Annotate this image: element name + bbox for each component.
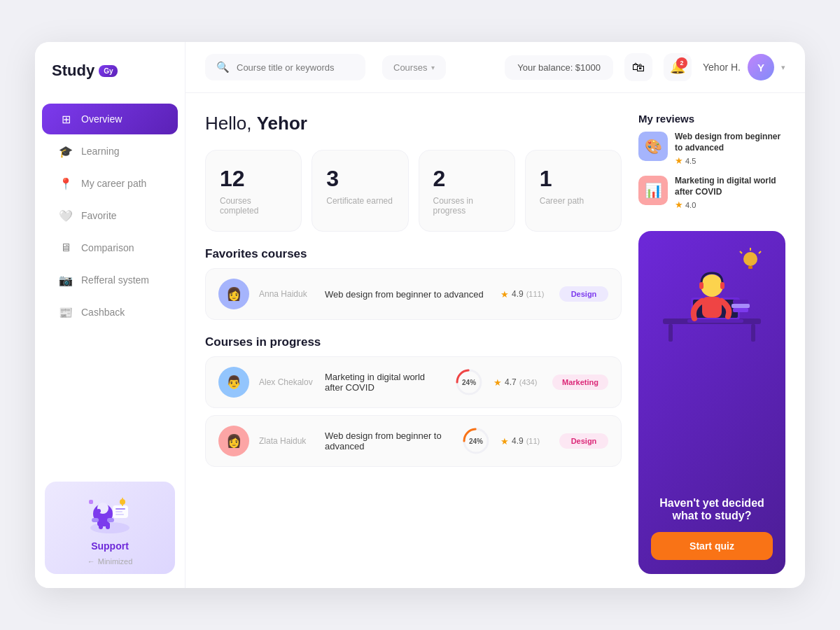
sidebar-item-cashback[interactable]: 📰 Cashback	[42, 297, 178, 328]
svg-line-37	[740, 251, 742, 253]
svg-rect-7	[106, 522, 110, 529]
svg-rect-5	[107, 518, 114, 522]
header: 🔍 Courses ▾ Your balance: $1000 🛍 🔔 2 Ye…	[186, 42, 805, 93]
notifications-button[interactable]: 🔔 2	[664, 53, 692, 81]
review-info: Marketing in digital world after COVID ★…	[675, 176, 785, 210]
sidebar-item-favorite[interactable]: 🤍 Favorite	[42, 200, 178, 231]
svg-point-0	[90, 522, 130, 533]
review-info: Web design from beginner to advanced ★ 4…	[675, 132, 785, 166]
logo: Study Gy	[35, 62, 185, 102]
courses-dropdown-label: Courses	[393, 62, 427, 73]
svg-rect-11	[115, 514, 124, 515]
star-icon: ★	[675, 155, 683, 166]
cart-button[interactable]: 🛍	[624, 53, 652, 81]
content: Hello, Yehor 12 Courses completed 3 Cert…	[186, 93, 805, 588]
nav-label: Overview	[81, 113, 122, 125]
app-container: Study Gy ⊞ Overview 🎓 Learning 📍 My care…	[35, 42, 805, 588]
svg-rect-35	[748, 266, 752, 269]
course-author: Anna Haiduk	[259, 289, 315, 299]
search-input[interactable]	[237, 62, 354, 73]
in-progress-title: Courses in progress	[205, 335, 622, 349]
sidebar-support: Support ← Minimized	[45, 482, 175, 574]
nav-items: ⊞ Overview 🎓 Learning 📍 My career path 🤍…	[35, 102, 185, 329]
svg-rect-32	[732, 304, 750, 308]
progress-course-row[interactable]: 👩 Zlata Haiduk Web design from beginner …	[205, 415, 622, 467]
svg-rect-31	[733, 308, 748, 312]
sidebar-item-overview[interactable]: ⊞ Overview	[42, 104, 178, 134]
svg-point-12	[120, 499, 125, 505]
sidebar-item-referral[interactable]: 📷 Refferal system	[42, 265, 178, 295]
favorite-course-row[interactable]: 👩 Anna Haiduk Web design from beginner t…	[205, 268, 622, 320]
svg-rect-28	[699, 282, 704, 289]
learning-icon: 🎓	[59, 144, 73, 158]
star-icon: ★	[500, 436, 509, 447]
course-avatar: 👩	[218, 279, 249, 309]
quiz-card: Haven't yet decided what to study? Start…	[638, 231, 785, 574]
sidebar-item-career[interactable]: 📍 My career path	[42, 168, 178, 199]
stat-label: Courses completed	[220, 196, 287, 216]
stat-number: 2	[433, 166, 500, 192]
stats-row: 12 Courses completed 3 Certificate earne…	[205, 150, 622, 232]
quiz-illustration	[638, 238, 785, 350]
svg-rect-29	[720, 282, 724, 289]
career-icon: 📍	[59, 176, 73, 190]
logo-badge: Gy	[99, 65, 118, 77]
referral-icon: 📷	[59, 273, 73, 287]
user-info[interactable]: Yehor H. Y ▾	[703, 54, 785, 80]
svg-rect-4	[92, 518, 99, 522]
svg-rect-6	[99, 522, 103, 529]
sidebar-item-learning[interactable]: 🎓 Learning	[42, 136, 178, 167]
support-label: Support	[56, 540, 164, 552]
search-icon: 🔍	[216, 61, 230, 74]
star-icon: ★	[500, 289, 509, 300]
star-icon: ★	[493, 377, 502, 388]
support-illustration	[82, 493, 138, 535]
svg-rect-16	[89, 500, 93, 504]
nav-label: Cashback	[81, 307, 125, 318]
stat-card-2: 2 Courses in progress	[419, 150, 515, 232]
review-thumbnail: 🎨	[638, 132, 668, 161]
reviews-section: My reviews 🎨 Web design from beginner to…	[638, 113, 785, 220]
minimized-btn[interactable]: ← Minimized	[56, 557, 164, 566]
svg-rect-10	[115, 511, 122, 512]
course-rating: ★ 4.7 (434)	[493, 377, 542, 388]
start-quiz-button[interactable]: Start quiz	[651, 532, 773, 560]
review-item: 🎨 Web design from beginner to advanced ★…	[638, 132, 785, 166]
progress-text: 24%	[469, 438, 483, 445]
stat-card-3: 1 Career path	[525, 150, 622, 232]
progress-course-row[interactable]: 👨 Alex Chekalov Marketing in digital wor…	[205, 356, 622, 408]
course-author: Zlata Haiduk	[259, 436, 315, 446]
stat-number: 3	[326, 166, 393, 192]
comparison-icon: 🖥	[59, 241, 73, 255]
svg-rect-9	[115, 508, 125, 510]
sidebar-item-comparison[interactable]: 🖥 Comparison	[42, 232, 178, 263]
content-right: My reviews 🎨 Web design from beginner to…	[638, 113, 785, 574]
stat-label: Certificate earned	[326, 196, 393, 206]
overview-icon: ⊞	[59, 112, 73, 126]
svg-line-38	[759, 251, 761, 253]
course-title: Web design from beginner to advanced	[325, 430, 451, 451]
chevron-down-icon: ▾	[781, 63, 785, 72]
stat-number: 1	[540, 166, 607, 192]
course-title: Web design from beginner to advanced	[325, 289, 491, 300]
course-title: Marketing in digital world after COVID	[325, 372, 444, 393]
greeting: Hello, Yehor	[205, 113, 622, 134]
content-left: Hello, Yehor 12 Courses completed 3 Cert…	[205, 113, 622, 574]
favorite-icon: 🤍	[59, 209, 73, 223]
cart-icon: 🛍	[632, 60, 645, 75]
nav-label: Refferal system	[81, 274, 149, 286]
sidebar: Study Gy ⊞ Overview 🎓 Learning 📍 My care…	[35, 42, 186, 588]
course-tag: Design	[559, 433, 608, 449]
search-bar[interactable]: 🔍	[205, 54, 365, 80]
main-area: 🔍 Courses ▾ Your balance: $1000 🛍 🔔 2 Ye…	[186, 42, 805, 588]
review-item: 📊 Marketing in digital world after COVID…	[638, 176, 785, 210]
nav-label: Comparison	[81, 242, 134, 253]
progress-text: 24%	[462, 379, 476, 386]
courses-dropdown[interactable]: Courses ▾	[382, 55, 446, 80]
chevron-down-icon: ▾	[431, 64, 435, 71]
reviews-list: 🎨 Web design from beginner to advanced ★…	[638, 132, 785, 210]
review-rating: ★ 4.0	[675, 200, 785, 210]
stat-card-0: 12 Courses completed	[205, 150, 302, 232]
reviews-title: My reviews	[638, 113, 785, 125]
cashback-icon: 📰	[59, 305, 73, 319]
